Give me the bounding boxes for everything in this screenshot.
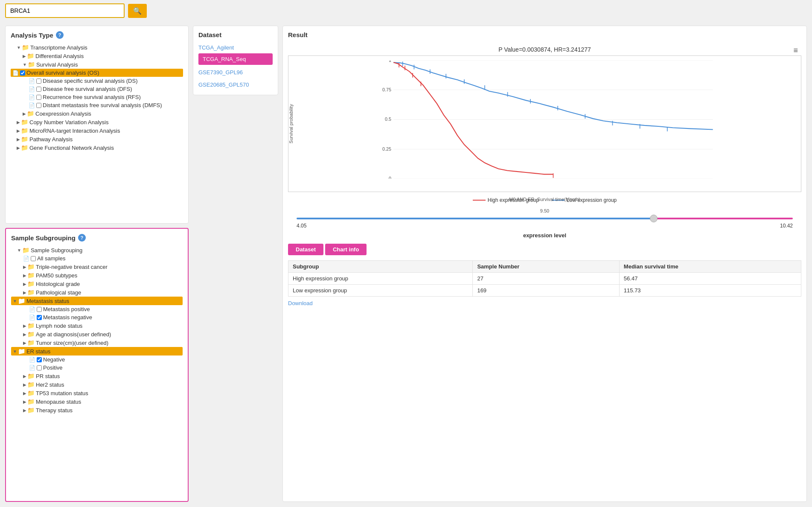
meta-negative-checkbox[interactable] (37, 315, 42, 320)
sg-er-pos[interactable]: 📄Positive (11, 364, 183, 372)
dataset-gse20685[interactable]: GSE20685_GPL570 (198, 80, 273, 90)
svg-text:0: 0 (389, 176, 391, 179)
search-button[interactable]: 🔍 (128, 4, 147, 18)
search-input[interactable] (5, 3, 125, 18)
sample-subgrouping-title: Sample Subgrouping ? (11, 234, 183, 242)
analysis-type-panel: Analysis Type ? ▼📁Transcriptome Analysis… (5, 26, 189, 224)
sg-pathological[interactable]: ▶📁Pathological stage (11, 288, 183, 297)
result-title: Result (288, 31, 308, 38)
chart-menu-icon[interactable]: ≡ (793, 46, 798, 55)
table-row-high: High expression group 27 56.47 (288, 273, 801, 285)
slider-track-wrap (297, 214, 793, 223)
top-bar: 🔍 (0, 0, 812, 21)
cell-high-median: 56.47 (619, 273, 801, 285)
sample-subgrouping-panel: Sample Subgrouping ? ▼📁Sample Subgroupin… (5, 228, 189, 502)
col-sample-number: Sample Number (473, 261, 619, 273)
legend-high-line (473, 200, 486, 201)
sg-pam50[interactable]: ▶📁PAM50 subtypes (11, 271, 183, 280)
left-panel: Analysis Type ? ▼📁Transcriptome Analysis… (5, 26, 189, 502)
slider-max: 10.42 (780, 223, 793, 229)
download-link[interactable]: Download (288, 300, 313, 306)
svg-text:0.75: 0.75 (382, 87, 391, 92)
sg-therapy[interactable]: ▶📁Therapy status (11, 406, 183, 414)
cell-low-median: 115.73 (619, 285, 801, 297)
table-row-low: Low expression group 169 115.73 (288, 285, 801, 297)
dataset-title: Dataset (198, 31, 273, 38)
chart-area: Survival probability 1 0.75 0.5 0.25 0 (288, 55, 801, 192)
survival-chart: 1 0.75 0.5 0.25 0 0 25 50 75 100 125 150… (310, 60, 797, 179)
cell-low-sample: 169 (473, 285, 619, 297)
sg-er-status[interactable]: ▼📁ER status (11, 347, 183, 355)
slider-current-value: 9.50 (540, 208, 549, 213)
all-samples-checkbox[interactable] (31, 256, 36, 261)
tab-dataset[interactable]: Dataset (288, 244, 323, 255)
tree-gene-network[interactable]: ▶📁Gene Functional Network Analysis (11, 143, 183, 152)
sg-tumor-size[interactable]: ▶📁Tumor size(cm)(user defined) (11, 338, 183, 347)
col-subgroup: Subgroup (288, 261, 473, 273)
slider-min: 4.05 (297, 223, 306, 229)
svg-text:0.25: 0.25 (382, 146, 391, 152)
sg-lymph[interactable]: ▶📁Lymph node status (11, 321, 183, 330)
slider-track (297, 218, 793, 219)
tree-coexpression[interactable]: ▶📁Coexpression Analysis (11, 109, 183, 118)
tree-transcriptome[interactable]: ▼📁Transcriptome Analysis (11, 43, 183, 52)
subgrouping-help-icon[interactable]: ? (78, 234, 86, 242)
tree-survival[interactable]: ▼📁Survival Analysis (11, 60, 183, 69)
sg-all-samples[interactable]: 📄All samples (11, 254, 183, 262)
tree-distant[interactable]: 📄Distant metastasis free survival analys… (11, 101, 183, 109)
chart-inner: 1 0.75 0.5 0.25 0 0 25 50 75 100 125 150… (310, 60, 797, 179)
tab-chart-info[interactable]: Chart info (325, 244, 367, 255)
tree-pathway[interactable]: ▶📁Pathway Analysis (11, 135, 183, 143)
sg-histological[interactable]: ▶📁Histological grade (11, 280, 183, 288)
result-tab-row: Dataset Chart info (288, 244, 801, 255)
er-neg-checkbox[interactable] (37, 357, 42, 362)
sg-menopause[interactable]: ▶📁Menopause status (11, 397, 183, 406)
result-panel: Result P Value=0.0030874, HR=3.241277 ≡ … (282, 26, 807, 502)
dataset-tcga-agilent[interactable]: TCGA_Agilent (198, 43, 273, 52)
chart-title: P Value=0.0030874, HR=3.241277 (498, 46, 591, 53)
sg-meta-negative[interactable]: 📄Metastasis negative (11, 313, 183, 321)
cell-high-subgroup: High expression group (288, 273, 473, 285)
overall-survival-checkbox[interactable] (20, 70, 25, 76)
slider-section: 9.50 4.05 10.42 expression level (288, 208, 801, 239)
sg-her2[interactable]: ▶📁Her2 status (11, 380, 183, 389)
y-axis-label: Survival probability (288, 104, 294, 143)
sg-root[interactable]: ▼📁Sample Subgrouping (11, 246, 183, 254)
col-median-survival: Median survival time (619, 261, 801, 273)
sg-triple-neg[interactable]: ▶📁Triple-negative breast cancer (11, 262, 183, 271)
sg-metastasis[interactable]: ▼📁Metastasis status (11, 297, 183, 305)
distant-checkbox[interactable] (36, 103, 41, 108)
dataset-panel: Dataset TCGA_Agilent TCGA_RNA_Seq GSE739… (193, 26, 278, 95)
tree-recurrence[interactable]: 📄Recurrence free survival analysis (RFS) (11, 93, 183, 101)
analysis-help-icon[interactable]: ? (56, 31, 64, 39)
dataset-gse7390[interactable]: GSE7390_GPL96 (198, 67, 273, 77)
x-axis-label: M0 AND ER- Survival time(Month) (509, 197, 580, 202)
tree-overall-survival[interactable]: 📄Overall survival analysis (OS) (11, 69, 183, 77)
svg-text:1: 1 (389, 60, 391, 63)
sg-tp53[interactable]: ▶📁TP53 mutation status (11, 389, 183, 397)
disease-specific-checkbox[interactable] (36, 79, 41, 84)
disease-free-checkbox[interactable] (36, 87, 41, 92)
tree-differential[interactable]: ▶📁Differential Analysis (11, 52, 183, 60)
tree-disease-specific[interactable]: 📄Disease specific survival analysis (DS) (11, 77, 183, 85)
tree-disease-free[interactable]: 📄Disease free survival analysis (DFS) (11, 85, 183, 93)
sg-meta-positive[interactable]: 📄Metastasis positive (11, 305, 183, 313)
dataset-tcga-rnaseq[interactable]: TCGA_RNA_Seq (198, 53, 273, 65)
recurrence-checkbox[interactable] (36, 95, 41, 100)
meta-positive-checkbox[interactable] (37, 307, 42, 312)
sg-age[interactable]: ▶📁Age at diagnosis(user defined) (11, 330, 183, 338)
slider-values: 4.05 10.42 (297, 223, 793, 229)
cell-high-sample: 27 (473, 273, 619, 285)
slider-thumb[interactable] (650, 215, 658, 222)
sg-er-neg[interactable]: 📄Negative (11, 355, 183, 364)
cell-low-subgroup: Low expression group (288, 285, 473, 297)
er-pos-checkbox[interactable] (37, 365, 42, 370)
analysis-type-title: Analysis Type ? (11, 31, 183, 39)
tree-microrna[interactable]: ▶📁MicroRNA-target Interaction Analysis (11, 126, 183, 135)
expression-label: expression level (288, 232, 801, 239)
result-table: Subgroup Sample Number Median survival t… (288, 260, 801, 297)
tree-copy-number[interactable]: ▶📁Copy Number Variation Analysis (11, 118, 183, 126)
sg-pr[interactable]: ▶📁PR status (11, 372, 183, 380)
main-layout: Analysis Type ? ▼📁Transcriptome Analysis… (0, 21, 812, 506)
svg-text:0.5: 0.5 (385, 117, 391, 122)
